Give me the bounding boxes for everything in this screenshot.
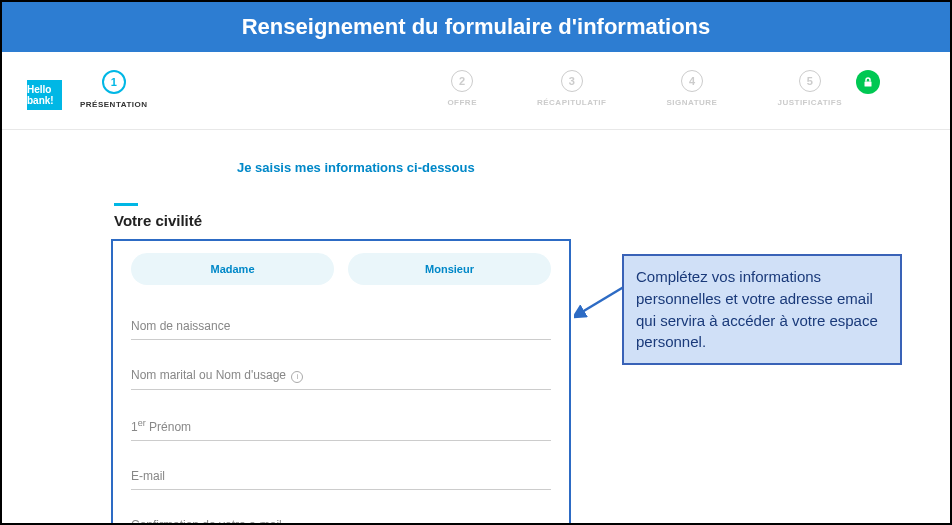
civility-madame-button[interactable]: Madame — [131, 253, 334, 285]
instruction-text: Je saisis mes informations ci-dessous — [237, 160, 950, 175]
step-justificatifs[interactable]: 5 JUSTIFICATIFS — [777, 70, 842, 107]
email-confirm-label: Confirmation de votre e-mail — [131, 518, 282, 526]
step-label-5: JUSTIFICATIFS — [777, 98, 842, 107]
step-label-4: SIGNATURE — [666, 98, 717, 107]
step-recapitulatif[interactable]: 3 RÉCAPITULATIF — [537, 70, 606, 107]
step-circle-4: 4 — [681, 70, 703, 92]
section-title: Votre civilité — [114, 212, 950, 229]
header-bar: Renseignement du formulaire d'informatio… — [2, 2, 950, 52]
prenom-suffix: Prénom — [146, 420, 191, 434]
prenom-prefix: 1 — [131, 420, 138, 434]
step-circle-5: 5 — [799, 70, 821, 92]
info-icon[interactable]: i — [291, 371, 303, 383]
email-field[interactable]: E-mail — [131, 463, 551, 490]
step-label-1: PRÉSENTATION — [80, 100, 147, 109]
step-label-2: OFFRE — [447, 98, 477, 107]
callout-text: Complétez vos informations personnelles … — [636, 268, 878, 350]
content-area: Hello bank! 1 PRÉSENTATION 2 OFFRE 3 RÉC… — [2, 52, 950, 523]
svg-rect-0 — [865, 82, 872, 87]
nom-marital-field[interactable]: Nom marital ou Nom d'usage i — [131, 362, 551, 390]
step-presentation[interactable]: 1 PRÉSENTATION — [80, 70, 147, 109]
nom-marital-label: Nom marital ou Nom d'usage — [131, 368, 286, 382]
page-title: Renseignement du formulaire d'informatio… — [242, 14, 711, 39]
lock-icon — [856, 70, 880, 94]
step-signature[interactable]: 4 SIGNATURE — [666, 70, 717, 107]
prenom-sup: er — [138, 418, 146, 428]
email-confirm-field[interactable]: Confirmation de votre e-mail — [131, 512, 551, 526]
email-label: E-mail — [131, 469, 165, 483]
step-circle-1: 1 — [102, 70, 126, 94]
page-container: Renseignement du formulaire d'informatio… — [0, 0, 952, 525]
progress-stepper: 1 PRÉSENTATION 2 OFFRE 3 RÉCAPITULATIF 4… — [2, 70, 950, 130]
step-offre[interactable]: 2 OFFRE — [447, 70, 477, 107]
section-divider — [114, 203, 138, 206]
prenom-field[interactable]: 1er Prénom — [131, 412, 551, 441]
step-circle-3: 3 — [561, 70, 583, 92]
callout-box: Complétez vos informations personnelles … — [622, 254, 902, 365]
step-label-3: RÉCAPITULATIF — [537, 98, 606, 107]
nom-naissance-label: Nom de naissance — [131, 319, 230, 333]
logo-text: Hello bank! — [27, 84, 62, 106]
step-circle-2: 2 — [451, 70, 473, 92]
civility-row: Madame Monsieur — [131, 253, 551, 285]
civility-monsieur-button[interactable]: Monsieur — [348, 253, 551, 285]
form-container: Madame Monsieur Nom de naissance Nom mar… — [111, 239, 571, 525]
hello-bank-logo: Hello bank! — [27, 80, 62, 110]
nom-naissance-field[interactable]: Nom de naissance — [131, 313, 551, 340]
